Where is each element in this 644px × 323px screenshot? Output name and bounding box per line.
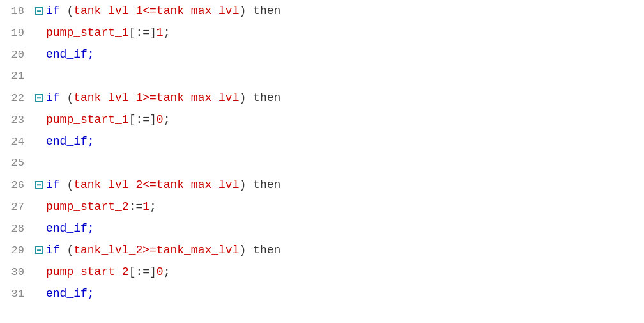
code-segment: [:=] [129,265,157,278]
line-number: 29 [0,242,33,259]
code-segment: := [129,200,143,213]
collapse-button[interactable] [33,246,45,253]
code-segment: ) [239,244,246,256]
code-content: if (tank_lvl_1>=tank_max_lvl) then [45,90,644,107]
code-content: end_if; [45,220,644,238]
code-segment: pump_start_1 [46,26,129,39]
code-segment: if [46,244,60,256]
code-content: end_if; [45,46,644,64]
code-segment: 1 [157,26,164,39]
code-segment: tank_lvl_1>=tank_max_lvl [73,91,239,104]
code-segment: if [46,91,60,104]
code-segment: tank_lvl_1<=tank_max_lvl [73,4,239,17]
line-number: 25 [0,155,33,171]
collapse-icon [35,94,43,102]
code-segment: 1 [142,200,150,213]
code-line: 22if (tank_lvl_1>=tank_max_lvl) then [0,90,644,111]
code-line: 28end_if; [0,220,644,242]
line-number: 18 [0,3,33,20]
code-segment: ; [150,200,157,213]
code-segment: tank_lvl_2<=tank_max_lvl [73,178,239,191]
code-segment: end_if; [46,48,95,61]
code-segment: pump_start_1 [46,113,129,126]
code-segment: end_if; [46,287,95,300]
line-number: 20 [0,47,33,63]
code-segment: then [246,244,280,256]
code-segment: [:=] [129,113,157,126]
collapse-button[interactable] [33,6,45,14]
code-segment: 0 [157,265,164,278]
code-segment: [:=] [129,26,157,39]
code-segment: then [246,178,280,191]
code-content: pump_start_2:=1; [45,198,644,216]
code-content: pump_start_2[:=]0; [45,264,644,281]
code-line: 26if (tank_lvl_2<=tank_max_lvl) then [0,177,644,198]
code-segment: ( [60,244,74,256]
code-segment: ) [239,4,246,17]
line-number: 21 [0,68,33,84]
code-segment: pump_start_2 [46,265,129,278]
code-segment: end_if; [46,135,95,148]
code-line: 25 [0,155,644,177]
code-segment: 0 [157,113,164,126]
line-number: 24 [0,134,33,150]
code-segment: ( [60,4,74,17]
code-segment: ( [60,91,74,104]
line-number: 19 [0,25,33,42]
collapse-button[interactable] [33,93,45,101]
line-number: 27 [0,199,33,216]
code-segment: then [246,91,280,104]
code-line: 29if (tank_lvl_2>=tank_max_lvl) then [0,242,644,264]
code-content: end_if; [45,133,644,151]
code-line: 30pump_start_2[:=]0; [0,264,644,285]
code-content: pump_start_1[:=]0; [45,111,644,129]
code-content: end_if; [45,285,644,303]
code-line: 27pump_start_2:=1; [0,198,644,220]
line-number: 31 [0,286,33,303]
line-number: 26 [0,177,33,194]
code-line: 21 [0,68,644,90]
code-segment: ; [164,26,171,39]
code-line: 20end_if; [0,46,644,68]
code-content: pump_start_1[:=]1; [45,24,644,42]
code-segment: tank_lvl_2>=tank_max_lvl [73,244,239,256]
code-segment: ( [60,178,74,191]
code-segment: if [46,178,60,191]
code-segment: ; [164,265,171,278]
code-line: 24end_if; [0,133,644,155]
code-editor: 18if (tank_lvl_1<=tank_max_lvl) then19pu… [0,0,644,323]
code-content: if (tank_lvl_2>=tank_max_lvl) then [45,242,644,260]
code-segment: then [246,4,280,17]
line-number: 22 [0,90,33,107]
line-number: 30 [0,264,33,281]
line-number: 23 [0,112,33,129]
code-segment: end_if; [46,222,95,235]
code-line: 18if (tank_lvl_1<=tank_max_lvl) then [0,3,644,24]
code-segment: if [46,4,60,17]
code-line: 19pump_start_1[:=]1; [0,24,644,46]
code-segment: pump_start_2 [46,200,129,213]
collapse-icon [35,246,43,254]
line-number: 28 [0,221,33,237]
code-content: if (tank_lvl_1<=tank_max_lvl) then [45,3,644,20]
collapse-button[interactable] [33,180,45,188]
code-segment: ) [239,178,246,191]
code-content: if (tank_lvl_2<=tank_max_lvl) then [45,177,644,194]
collapse-icon [35,181,43,189]
collapse-icon [35,7,43,15]
code-segment: ; [164,113,171,126]
code-line: 23pump_start_1[:=]0; [0,111,644,133]
code-segment: ) [239,91,246,104]
code-line: 31end_if; [0,285,644,307]
